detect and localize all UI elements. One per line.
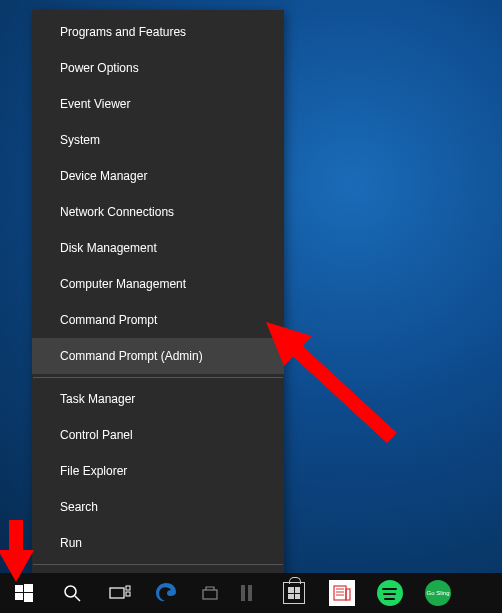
menu-item-label: Event Viewer [60,97,130,111]
menu-item-label: Network Connections [60,205,174,219]
menu-item-label: Search [60,500,98,514]
menu-item-label: Programs and Features [60,25,186,39]
menu-item-label: Power Options [60,61,139,75]
svg-rect-8 [126,592,130,596]
svg-rect-6 [110,588,124,598]
menu-item-disk-management[interactable]: Disk Management [32,230,284,266]
menu-item-power-options[interactable]: Power Options [32,50,284,86]
menu-item-label: Computer Management [60,277,186,291]
svg-rect-12 [334,586,346,600]
news-icon [329,580,355,606]
taskbar-app-gosling[interactable]: Go Sling [414,573,462,613]
menu-item-command-prompt-admin[interactable]: Command Prompt (Admin) [32,338,284,374]
menu-item-file-explorer[interactable]: File Explorer [32,453,284,489]
svg-rect-10 [241,585,245,601]
spotify-icon [377,580,403,606]
edge-icon [154,581,178,605]
taskbar-app-store[interactable] [270,573,318,613]
store-icon [283,582,305,604]
menu-item-label: File Explorer [60,464,127,478]
task-view-button[interactable] [96,573,144,613]
menu-item-label: Command Prompt (Admin) [60,349,203,363]
menu-item-task-manager[interactable]: Task Manager [32,381,284,417]
svg-rect-7 [126,586,130,590]
start-button[interactable] [0,573,48,613]
menu-item-label: Task Manager [60,392,135,406]
winx-context-menu: Programs and Features Power Options Even… [32,10,284,613]
menu-item-programs-features[interactable]: Programs and Features [32,14,284,50]
taskbar-app-news[interactable] [318,573,366,613]
svg-rect-3 [24,593,33,602]
menu-item-label: Control Panel [60,428,133,442]
svg-rect-0 [15,585,23,592]
menu-item-label: System [60,133,100,147]
annotation-arrow-to-menu [262,318,412,458]
taskbar: Go Sling [0,573,502,613]
taskbar-app-column[interactable] [232,573,262,613]
menu-item-label: Device Manager [60,169,147,183]
svg-rect-2 [15,593,23,600]
svg-point-4 [65,586,76,597]
svg-line-5 [75,596,80,601]
app-icon [200,583,220,603]
menu-item-label: Command Prompt [60,313,157,327]
menu-separator [33,564,283,565]
search-icon [63,584,81,602]
menu-item-label: Disk Management [60,241,157,255]
svg-rect-1 [24,584,33,592]
taskbar-app-edge[interactable] [144,573,188,613]
svg-rect-9 [203,590,217,599]
gosling-icon: Go Sling [425,580,451,606]
svg-rect-16 [346,589,350,600]
menu-item-run[interactable]: Run [32,525,284,561]
task-view-icon [109,585,131,601]
menu-item-label: Run [60,536,82,550]
menu-item-computer-management[interactable]: Computer Management [32,266,284,302]
column-icon [239,583,255,603]
svg-rect-11 [248,585,252,601]
menu-item-system[interactable]: System [32,122,284,158]
menu-item-device-manager[interactable]: Device Manager [32,158,284,194]
svg-line-17 [290,344,392,438]
search-button[interactable] [48,573,96,613]
menu-separator [33,377,283,378]
menu-item-search[interactable]: Search [32,489,284,525]
menu-item-network-connections[interactable]: Network Connections [32,194,284,230]
menu-item-command-prompt[interactable]: Command Prompt [32,302,284,338]
menu-item-control-panel[interactable]: Control Panel [32,417,284,453]
windows-logo-icon [15,584,33,602]
taskbar-app-generic[interactable] [188,573,232,613]
menu-item-event-viewer[interactable]: Event Viewer [32,86,284,122]
taskbar-app-spotify[interactable] [366,573,414,613]
gosling-label: Go Sling [426,590,449,596]
